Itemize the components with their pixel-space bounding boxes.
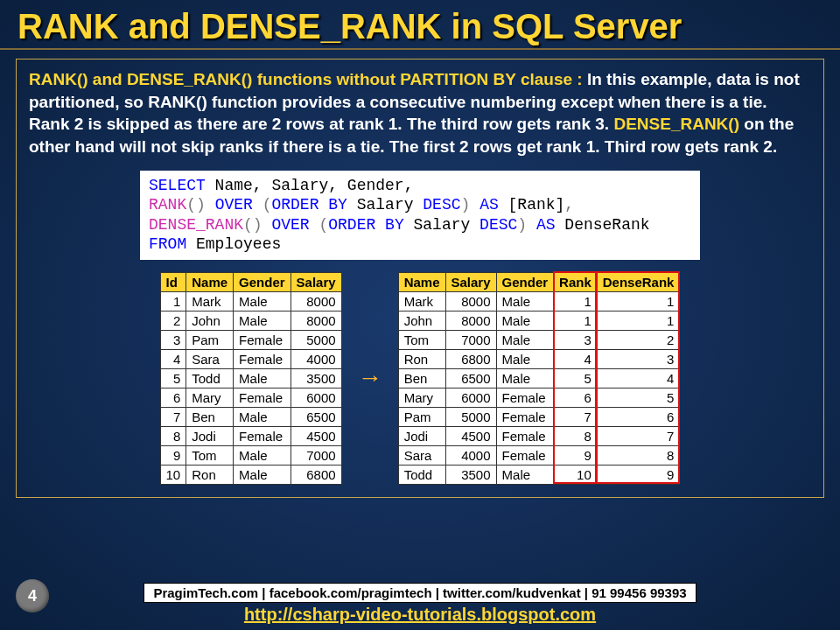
table-cell: 1 (554, 311, 598, 330)
table-cell: Male (234, 311, 291, 330)
table-cell: 8000 (445, 311, 496, 330)
table-cell: 6500 (445, 368, 496, 388)
table-cell: Male (234, 291, 291, 311)
table-cell: Ben (398, 368, 445, 388)
sql-text: Salary (404, 216, 480, 234)
table-cell: Male (496, 465, 554, 484)
table-cell: 6800 (445, 349, 496, 368)
table-cell: 3 (554, 330, 598, 349)
table-cell: 7000 (445, 330, 496, 349)
result-table: NameSalaryGenderRankDenseRankMark8000Mal… (398, 272, 681, 485)
table-cell: 7 (597, 426, 680, 445)
table-cell: Male (496, 368, 554, 388)
table-cell: Male (234, 465, 291, 484)
table-cell: Male (234, 407, 291, 426)
table-cell: Tom (398, 330, 445, 349)
table-cell: Female (234, 330, 291, 349)
table-cell: 1 (160, 291, 186, 311)
sql-punct: , (564, 196, 574, 214)
table-cell: 5 (554, 368, 598, 388)
table-cell: Female (234, 426, 291, 445)
table-cell: 6000 (290, 388, 341, 407)
arrow-icon: → (358, 364, 382, 392)
sql-text: Salary (347, 196, 423, 214)
table-row: 10RonMale6800 (160, 465, 341, 484)
table-cell: 5 (160, 368, 186, 388)
table-cell: 1 (597, 291, 680, 311)
table-cell: Ron (398, 349, 445, 368)
table-cell: Mary (398, 388, 445, 407)
table-cell: 5000 (445, 407, 496, 426)
table-cell: 4500 (290, 426, 341, 445)
table-cell: 9 (554, 445, 598, 465)
table-cell: 8000 (290, 291, 341, 311)
table-cell: 7 (160, 407, 186, 426)
table-cell: Jodi (186, 426, 234, 445)
table-cell: Female (234, 388, 291, 407)
sql-paren: ) (517, 216, 527, 234)
table-cell: Male (496, 291, 554, 311)
table-cell: 6 (554, 388, 598, 407)
table-row: John8000Male11 (398, 311, 680, 330)
sql-keyword: OVER (262, 216, 319, 234)
table-row: Tom7000Male32 (398, 330, 680, 349)
sql-keyword: SELECT (149, 177, 206, 194)
table-cell: Male (234, 445, 291, 465)
result-wrap: NameSalaryGenderRankDenseRankMark8000Mal… (398, 272, 681, 485)
table-cell: 2 (597, 330, 680, 349)
table-cell: Male (234, 368, 291, 388)
content-panel: RANK() and DENSE_RANK() functions withou… (16, 59, 824, 498)
table-cell: Todd (398, 465, 445, 484)
table-cell: Mark (398, 291, 445, 311)
table-cell: Male (496, 311, 554, 330)
table-cell: Female (496, 388, 554, 407)
table-cell: Sara (186, 349, 234, 368)
table-cell: 10 (160, 465, 186, 484)
table-row: Todd3500Male109 (398, 465, 680, 484)
table-cell: 4000 (290, 349, 341, 368)
table-row: 1MarkMale8000 (160, 291, 341, 311)
table-row: Ron6800Male43 (398, 349, 680, 368)
table-cell: 9 (160, 445, 186, 465)
table-row: Sara4000Female98 (398, 445, 680, 465)
table-header: Id (160, 272, 186, 291)
table-cell: 3500 (290, 368, 341, 388)
table-row: Mark8000Male11 (398, 291, 680, 311)
table-row: 3PamFemale5000 (160, 330, 341, 349)
sql-keyword: ORDER BY (328, 216, 403, 234)
table-cell: 3 (160, 330, 186, 349)
table-cell: 9 (597, 465, 680, 484)
table-cell: Ron (186, 465, 234, 484)
table-row: 2JohnMale8000 (160, 311, 341, 330)
table-cell: 8000 (290, 311, 341, 330)
table-row: 7BenMale6500 (160, 407, 341, 426)
table-cell: Tom (186, 445, 234, 465)
table-cell: 6000 (445, 388, 496, 407)
table-cell: Jodi (398, 426, 445, 445)
table-cell: Female (496, 445, 554, 465)
table-cell: Male (496, 330, 554, 349)
sql-keyword: ORDER BY (271, 196, 346, 214)
sql-text: [Rank] (508, 196, 565, 214)
table-cell: Pam (186, 330, 234, 349)
table-cell: Todd (186, 368, 234, 388)
table-cell: John (186, 311, 234, 330)
sql-keyword: DESC (423, 196, 460, 214)
sql-keyword: AS (470, 196, 508, 214)
table-header: Name (398, 272, 445, 291)
table-cell: 6 (597, 407, 680, 426)
table-header: DenseRank (597, 272, 680, 291)
footer-link[interactable]: http://csharp-video-tutorials.blogspot.c… (0, 605, 840, 625)
table-cell: 5 (597, 388, 680, 407)
sql-paren: () (243, 216, 262, 234)
table-cell: Mark (186, 291, 234, 311)
table-cell: Female (496, 407, 554, 426)
sql-paren: ) (461, 196, 471, 214)
table-cell: Pam (398, 407, 445, 426)
table-cell: Female (496, 426, 554, 445)
table-cell: Mary (186, 388, 234, 407)
table-cell: 1 (597, 311, 680, 330)
table-header: Gender (496, 272, 554, 291)
sql-text: Employees (186, 235, 281, 253)
table-cell: 8 (554, 426, 598, 445)
